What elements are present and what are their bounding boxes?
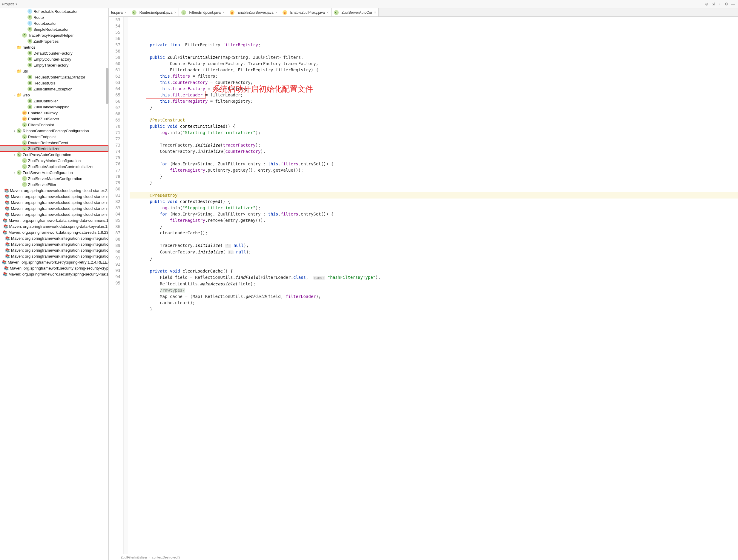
expander-icon[interactable]: ⌄ <box>13 70 17 73</box>
code-line-90[interactable]: Field field = ReflectionUtils.findField(… <box>130 274 738 281</box>
tree-item-maven-org-springframework-inte[interactable]: 📚Maven: org.springframework.integration:… <box>0 235 108 241</box>
tree-item-zuulservermarkerconfiguration[interactable]: CZuulServerMarkerConfiguration <box>0 175 108 181</box>
code-line-74[interactable]: } <box>130 173 738 180</box>
code-line-62[interactable]: this.filterRegistry = filterRegistry; <box>130 98 738 104</box>
code-line-81[interactable]: filterRegistry.remove(entry.getKey()); <box>130 217 738 223</box>
code-line-79[interactable]: log.info("Stopping filter initializer"); <box>130 205 738 211</box>
settings-icon[interactable]: ⚙ <box>723 1 730 7</box>
code-line-69[interactable]: TracerFactory.initialize(tracerFactory); <box>130 142 738 148</box>
code-line-95[interactable]: } <box>130 306 738 312</box>
code-line-76[interactable] <box>130 186 738 192</box>
expander-icon[interactable]: › <box>13 129 17 132</box>
code-editor[interactable]: 系统启动开启初始化配置文件 private final FilterRegist… <box>128 17 738 554</box>
tab-routesendpoint-java[interactable]: CRoutesEndpoint.java× <box>129 8 179 16</box>
tree-item-maven-org-springframework-retr[interactable]: 📚Maven: org.springframework.retry:spring… <box>0 259 108 265</box>
code-line-63[interactable]: } <box>130 104 738 111</box>
tree-item-zuulruntimeexception[interactable]: CZuulRuntimeException <box>0 86 108 92</box>
tree-item-zuulhandlermapping[interactable]: CZuulHandlerMapping <box>0 104 108 110</box>
tab-tor-java[interactable]: tor.java× <box>109 8 129 16</box>
tree-item-zuulserverautoconfiguration[interactable]: ›CZuulServerAutoConfiguration <box>0 169 108 175</box>
tree-item-maven-org-springframework-inte[interactable]: 📚Maven: org.springframework.integration:… <box>0 247 108 253</box>
code-line-66[interactable]: public void contextInitialized() { <box>130 123 738 129</box>
tree-item-routelocator[interactable]: IRouteLocator <box>0 20 108 26</box>
tree-item-requestcontentdataextractor[interactable]: CRequestContentDataExtractor <box>0 74 108 80</box>
code-line-53[interactable]: private final FilterRegistry filterRegis… <box>130 42 738 48</box>
tree-item-zuulfilterinitializer[interactable]: CZuulFilterInitializer <box>0 146 108 152</box>
tree-item-routesendpoint[interactable]: CRoutesEndpoint <box>0 134 108 140</box>
tree-item-zuulproperties[interactable]: CZuulProperties <box>0 38 108 44</box>
expander-icon[interactable]: › <box>13 171 17 174</box>
tree-item-maven-org-springframework-inte[interactable]: 📚Maven: org.springframework.integration:… <box>0 241 108 247</box>
code-line-80[interactable]: for (Map.Entry<String, ZuulFilter> entry… <box>130 211 738 217</box>
code-line-70[interactable]: CounterFactory.initialize(counterFactory… <box>130 148 738 155</box>
code-line-92[interactable]: /rawtypes/ <box>130 287 738 294</box>
tab-filtersendpoint-java[interactable]: CFiltersEndpoint.java× <box>179 8 227 16</box>
code-line-68[interactable] <box>130 136 738 142</box>
close-icon[interactable]: × <box>124 10 127 15</box>
tree-item-web[interactable]: ⌄📁web <box>0 92 108 98</box>
code-line-83[interactable]: clearLoaderCache(); <box>130 230 738 236</box>
tree-item-zuulproxymarkerconfiguration[interactable]: CZuulProxyMarkerConfiguration <box>0 158 108 163</box>
code-line-84[interactable] <box>130 236 738 242</box>
tree-item-emptycounterfactory[interactable]: CEmptyCounterFactory <box>0 56 108 62</box>
code-line-72[interactable]: for (Map.Entry<String, ZuulFilter> entry… <box>130 161 738 167</box>
code-line-88[interactable] <box>130 262 738 268</box>
tree-item-enablezuulproxy[interactable]: @EnableZuulProxy <box>0 110 108 116</box>
tree-item-traceproxyrequesthelper[interactable]: ›CTraceProxyRequestHelper <box>0 32 108 38</box>
tree-item-filtersendpoint[interactable]: CFiltersEndpoint <box>0 122 108 128</box>
tree-item-maven-org-springframework-data[interactable]: 📚Maven: org.springframework.data:spring-… <box>0 229 108 235</box>
tab-enablezuulserver-java[interactable]: @EnableZuulServer.java× <box>227 8 280 16</box>
tree-item-zuulcontroller[interactable]: CZuulController <box>0 98 108 104</box>
tree-item-zuulrouteapplicationcontextini[interactable]: CZuulRouteApplicationContextInitializer <box>0 163 108 169</box>
tree-item-defaultcounterfactory[interactable]: CDefaultCounterFactory <box>0 50 108 56</box>
tree-item-maven-org-springframework-secu[interactable]: 📚Maven: org.springframework.security:spr… <box>0 271 108 277</box>
code-line-94[interactable]: cache.clear(); <box>130 300 738 306</box>
code-line-73[interactable]: filterRegistry.put(entry.getKey(), entry… <box>130 167 738 173</box>
tree-item-maven-org-springframework-secu[interactable]: 📚Maven: org.springframework.security:spr… <box>0 265 108 271</box>
code-line-67[interactable]: log.info("Starting filter initializer"); <box>130 129 738 136</box>
tab-enablezuulproxy-java[interactable]: @EnableZuulProxy.java× <box>280 8 332 16</box>
tree-item-routesrefreshedevent[interactable]: CRoutesRefreshedEvent <box>0 140 108 146</box>
expander-icon[interactable]: › <box>18 34 22 37</box>
close-icon[interactable]: × <box>223 10 225 15</box>
code-line-89[interactable]: private void clearLoaderCache() { <box>130 268 738 274</box>
code-line-64[interactable] <box>130 111 738 117</box>
code-line-55[interactable]: public ZuulFilterInitializer(Map<String,… <box>130 54 738 61</box>
tree-item-maven-org-springframework-clou[interactable]: 📚Maven: org.springframework.cloud:spring… <box>0 199 108 205</box>
expander-icon[interactable]: › <box>13 153 17 156</box>
tree-item-maven-org-springframework-clou[interactable]: 📚Maven: org.springframework.cloud:spring… <box>0 187 108 193</box>
code-line-77[interactable]: @PreDestroy <box>130 192 738 198</box>
close-icon[interactable]: × <box>327 10 329 15</box>
code-line-91[interactable]: ReflectionUtils.makeAccessible(field); <box>130 281 738 287</box>
target-icon[interactable]: ⊕ <box>703 1 710 7</box>
tree-item-emptytracerfactory[interactable]: CEmptyTracerFactory <box>0 62 108 68</box>
tree-item-zuulservletfilter[interactable]: CZuulServletFilter <box>0 181 108 187</box>
collapse-icon[interactable]: ÷ <box>717 1 723 7</box>
close-icon[interactable]: × <box>374 10 376 15</box>
code-line-59[interactable]: this.counterFactory = counterFactory; <box>130 79 738 86</box>
code-line-78[interactable]: public void contextDestroyed() { <box>130 198 738 205</box>
code-line-61[interactable]: this.filterLoader = filterLoader; <box>130 92 738 98</box>
tree-item-maven-org-springframework-inte[interactable]: 📚Maven: org.springframework.integration:… <box>0 253 108 259</box>
hide-icon[interactable]: — <box>730 1 736 7</box>
expander-icon[interactable]: ⌄ <box>13 93 17 97</box>
tree-item-maven-org-springframework-clou[interactable]: 📚Maven: org.springframework.cloud:spring… <box>0 205 108 211</box>
tree-item-ribboncommandfactoryconfigurat[interactable]: ›CRibbonCommandFactoryConfiguration <box>0 128 108 134</box>
code-line-57[interactable]: FilterLoader filterLoader, FilterRegistr… <box>130 67 738 73</box>
tree-item-maven-org-springframework-data[interactable]: 📚Maven: org.springframework.data:spring-… <box>0 223 108 229</box>
code-line-65[interactable]: @PostConstruct <box>130 117 738 123</box>
tree-item-maven-org-springframework-data[interactable]: 📚Maven: org.springframework.data:spring-… <box>0 217 108 223</box>
scrollbar-thumb[interactable] <box>106 68 108 104</box>
code-line-82[interactable]: } <box>130 223 738 230</box>
close-icon[interactable]: × <box>275 10 278 15</box>
code-line-60[interactable]: this.tracerFactory = tracerFactory; <box>130 86 738 92</box>
code-line-71[interactable] <box>130 155 738 161</box>
fold-strip[interactable] <box>124 17 128 554</box>
tree-item-metrics[interactable]: ⌄📁metrics <box>0 44 108 50</box>
code-line-86[interactable]: CounterFactory.initialize( f: null); <box>130 249 738 255</box>
tree-item-route[interactable]: CRoute <box>0 14 108 20</box>
breadcrumb[interactable]: ZuulFilterInitializer › contextDestroyed… <box>109 554 738 560</box>
tree-item-simpleroutelocator[interactable]: CSimpleRouteLocator <box>0 26 108 32</box>
tree-item-maven-org-springframework-clou[interactable]: 📚Maven: org.springframework.cloud:spring… <box>0 193 108 199</box>
tree-item-enablezuulserver[interactable]: @EnableZuulServer <box>0 116 108 122</box>
